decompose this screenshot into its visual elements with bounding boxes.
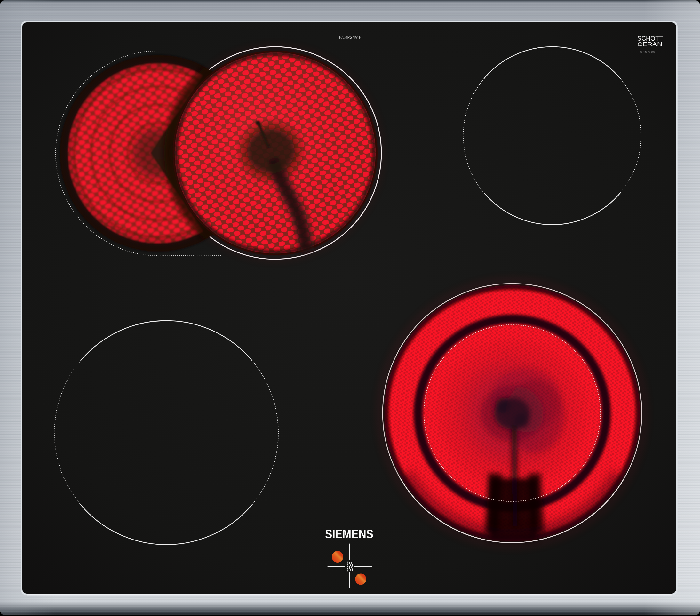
svg-text:CERAN: CERAN <box>637 41 662 47</box>
svg-text:SIEMENS: SIEMENS <box>325 527 373 541</box>
svg-text:EA64RGNA1E: EA64RGNA1E <box>339 35 361 40</box>
svg-text:9001609080: 9001609080 <box>639 50 654 54</box>
